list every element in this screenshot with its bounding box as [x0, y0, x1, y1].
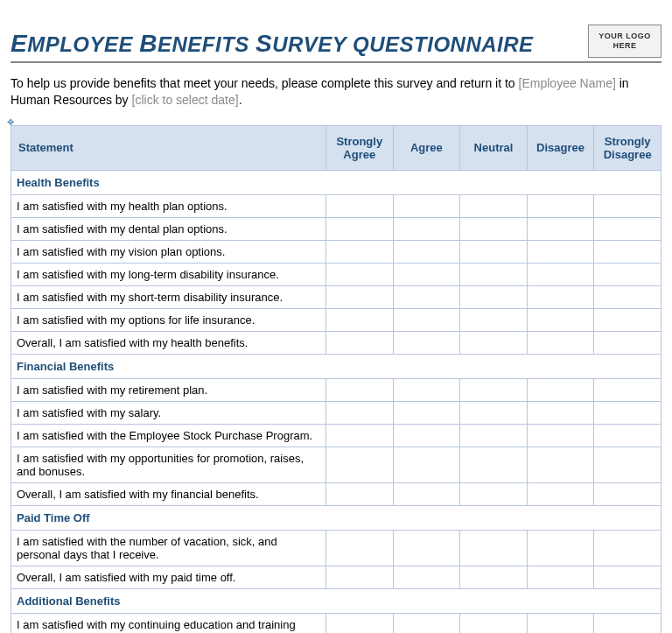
response-cell[interactable] — [527, 194, 594, 217]
response-cell[interactable] — [594, 447, 662, 482]
employee-name-placeholder[interactable]: [Employee Name] — [519, 76, 616, 90]
response-cell[interactable] — [326, 482, 394, 505]
response-cell[interactable] — [326, 613, 394, 633]
response-cell[interactable] — [460, 566, 528, 588]
table-row: Overall, I am satisfied with my paid tim… — [11, 566, 662, 588]
col-strongly-disagree: Strongly Disagree — [594, 125, 662, 170]
response-cell[interactable] — [460, 331, 528, 354]
response-cell[interactable] — [460, 378, 528, 401]
response-cell[interactable] — [594, 217, 662, 240]
response-cell[interactable] — [460, 482, 528, 505]
response-cell[interactable] — [594, 308, 662, 331]
response-cell[interactable] — [594, 194, 662, 217]
response-cell[interactable] — [393, 401, 460, 424]
response-cell[interactable] — [326, 263, 394, 285]
response-cell[interactable] — [326, 285, 394, 308]
response-cell[interactable] — [326, 240, 394, 263]
response-cell[interactable] — [326, 447, 394, 482]
response-cell[interactable] — [460, 530, 528, 566]
response-cell[interactable] — [393, 530, 460, 566]
response-cell[interactable] — [594, 566, 662, 588]
response-cell[interactable] — [527, 263, 594, 285]
response-cell[interactable] — [393, 285, 460, 308]
response-cell[interactable] — [527, 308, 594, 331]
table-row: I am satisfied with my opportunities for… — [11, 447, 662, 482]
response-cell[interactable] — [527, 566, 594, 588]
statement-cell: I am satisfied with my continuing educat… — [11, 613, 326, 633]
response-cell[interactable] — [594, 530, 662, 566]
response-cell[interactable] — [460, 240, 528, 263]
response-cell[interactable] — [460, 217, 528, 240]
response-cell[interactable] — [326, 308, 394, 331]
response-cell[interactable] — [594, 285, 662, 308]
response-cell[interactable] — [393, 482, 460, 505]
response-cell[interactable] — [527, 285, 594, 308]
response-cell[interactable] — [393, 217, 460, 240]
response-cell[interactable] — [594, 482, 662, 505]
table-row: Overall, I am satisfied with my financia… — [11, 482, 662, 505]
response-cell[interactable] — [326, 331, 394, 354]
section-row: Paid Time Off — [11, 505, 662, 530]
table-row: I am satisfied with my vision plan optio… — [11, 240, 662, 263]
response-cell[interactable] — [326, 424, 394, 447]
response-cell[interactable] — [393, 331, 460, 354]
response-cell[interactable] — [527, 378, 594, 401]
response-cell[interactable] — [594, 424, 662, 447]
response-cell[interactable] — [326, 194, 394, 217]
table-row: I am satisfied with my retirement plan. — [11, 378, 662, 401]
statement-cell: Overall, I am satisfied with my health b… — [11, 331, 326, 354]
response-cell[interactable] — [393, 194, 460, 217]
response-cell[interactable] — [527, 401, 594, 424]
response-cell[interactable] — [393, 447, 460, 482]
response-cell[interactable] — [326, 378, 394, 401]
table-row: I am satisfied with my long-term disabil… — [11, 263, 662, 285]
response-cell[interactable] — [594, 378, 662, 401]
response-cell[interactable] — [527, 530, 594, 566]
response-cell[interactable] — [594, 263, 662, 285]
response-cell[interactable] — [527, 613, 594, 633]
table-row: I am satisfied with my short-term disabi… — [11, 285, 662, 308]
statement-cell: I am satisfied with my options for life … — [11, 308, 326, 331]
response-cell[interactable] — [594, 240, 662, 263]
response-cell[interactable] — [460, 263, 528, 285]
response-cell[interactable] — [527, 482, 594, 505]
response-cell[interactable] — [393, 378, 460, 401]
response-cell[interactable] — [393, 308, 460, 331]
response-cell[interactable] — [527, 331, 594, 354]
response-cell[interactable] — [527, 424, 594, 447]
col-disagree: Disagree — [527, 125, 594, 170]
response-cell[interactable] — [393, 240, 460, 263]
response-cell[interactable] — [460, 194, 528, 217]
date-placeholder[interactable]: [click to select date] — [132, 93, 239, 107]
header-row: Statement Strongly Agree Agree Neutral D… — [11, 125, 662, 170]
response-cell[interactable] — [326, 401, 394, 424]
response-cell[interactable] — [326, 530, 394, 566]
response-cell[interactable] — [393, 566, 460, 588]
response-cell[interactable] — [460, 613, 528, 633]
response-cell[interactable] — [326, 217, 394, 240]
statement-cell: I am satisfied with my salary. — [11, 401, 326, 424]
response-cell[interactable] — [594, 401, 662, 424]
response-cell[interactable] — [393, 424, 460, 447]
response-cell[interactable] — [326, 566, 394, 588]
intro-post: . — [239, 93, 242, 107]
col-neutral: Neutral — [460, 125, 528, 170]
response-cell[interactable] — [393, 613, 460, 633]
response-cell[interactable] — [527, 217, 594, 240]
response-cell[interactable] — [460, 447, 528, 482]
response-cell[interactable] — [460, 285, 528, 308]
response-cell[interactable] — [460, 401, 528, 424]
table-row: I am satisfied with my salary. — [11, 401, 662, 424]
statement-cell: I am satisfied with my short-term disabi… — [11, 285, 326, 308]
response-cell[interactable] — [527, 240, 594, 263]
logo-placeholder: YOUR LOGO HERE — [588, 25, 662, 58]
section-heading: Paid Time Off — [11, 505, 662, 530]
response-cell[interactable] — [527, 447, 594, 482]
response-cell[interactable] — [393, 263, 460, 285]
response-cell[interactable] — [594, 331, 662, 354]
statement-cell: I am satisfied with my health plan optio… — [11, 194, 326, 217]
statement-cell: I am satisfied with my vision plan optio… — [11, 240, 326, 263]
response-cell[interactable] — [594, 613, 662, 633]
response-cell[interactable] — [460, 424, 528, 447]
response-cell[interactable] — [460, 308, 528, 331]
